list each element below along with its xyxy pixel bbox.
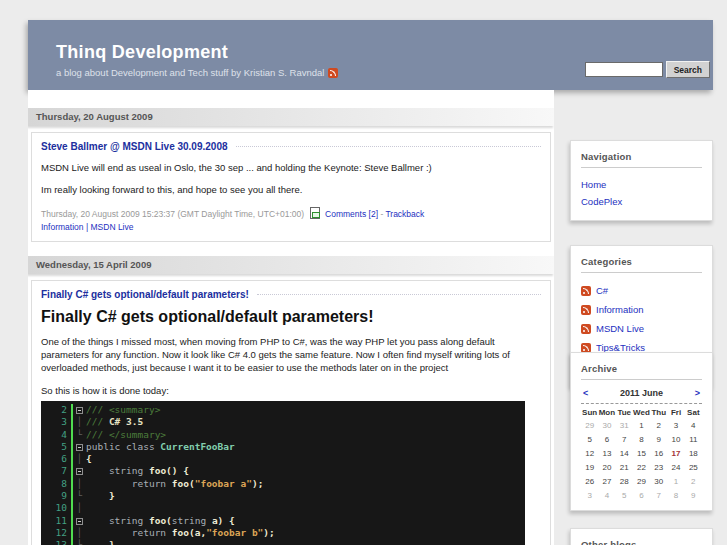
rss-icon[interactable]	[581, 305, 591, 315]
code-line: 2/// <summary>	[41, 404, 525, 416]
calendar-day-cell: 30	[598, 418, 615, 432]
post-heading: Finally C# gets optional/default paramet…	[41, 308, 541, 326]
code-line: 10│	[41, 502, 525, 514]
category-link[interactable]: Information	[596, 300, 644, 319]
fold-guide: │	[73, 478, 86, 490]
line-number: 13	[41, 539, 71, 545]
calendar-day-cell: 1	[633, 418, 650, 432]
calendar-day-cell: 6	[633, 488, 650, 502]
calendar-day-cell: 9	[650, 432, 667, 446]
sidebar-other-blogs-box: Other blogs	[570, 528, 713, 545]
code-line: 6│{	[41, 453, 525, 465]
post-timestamp: Thursday, 20 August 2009 15:23:37 (GMT D…	[41, 209, 304, 219]
navigation-links: HomeCodePlex	[581, 168, 702, 220]
fold-guide: │	[73, 453, 86, 465]
line-number: 7	[41, 465, 71, 477]
content-column: Thursday, 20 August 2009 Steve Ballmer @…	[28, 90, 554, 545]
sidebar-link[interactable]: CodePlex	[581, 193, 702, 210]
post-title-link[interactable]: Finally C# gets optional/default paramet…	[41, 289, 249, 300]
calendar-day-cell: 20	[598, 460, 615, 474]
calendar-day-cell: 15	[633, 446, 650, 460]
code-text: }	[86, 490, 115, 502]
post-paragraph: So this is how it is done today:	[41, 384, 541, 397]
search-input[interactable]	[585, 62, 663, 77]
fold-guide: └	[73, 539, 86, 545]
calendar-day-cell: 11	[685, 432, 702, 446]
calendar-month-label: 2011 June	[620, 388, 663, 398]
calendar-day-cell: 3	[581, 488, 598, 502]
calendar-day-name: Sun	[581, 405, 598, 418]
calendar-day-cell: 16	[650, 446, 667, 460]
calendar-day-cell: 9	[685, 488, 702, 502]
line-number: 2	[41, 404, 71, 416]
calendar-day-cell: 24	[667, 460, 684, 474]
trackback-link[interactable]: Trackback	[385, 209, 424, 219]
calendar-day-name: Mon	[598, 405, 615, 418]
post: Steve Ballmer @ MSDN Live 30.09.2008 MSD…	[31, 132, 551, 242]
code-text: /// </summary>	[86, 429, 166, 441]
category-link[interactable]: MSDN Live	[596, 319, 644, 338]
calendar-nav: < 2011 June >	[581, 384, 702, 400]
fold-collapse-icon	[73, 404, 86, 416]
category-link[interactable]: MSDN Live	[91, 222, 134, 232]
code-text: }	[86, 539, 115, 545]
calendar-next-button[interactable]: >	[695, 388, 700, 398]
calendar-day-cell: 13	[598, 446, 615, 460]
code-text: return foo("foobar a");	[86, 478, 263, 490]
calendar-day-cell: 22	[633, 460, 650, 474]
code-text: /// <summary>	[86, 404, 160, 416]
category-item: MSDN Live	[581, 319, 702, 338]
post-categories: Information | MSDN Live	[41, 221, 541, 235]
calendar-day-cell: 19	[581, 460, 598, 474]
rss-icon[interactable]	[328, 68, 338, 78]
sidebar-heading: Navigation	[581, 141, 702, 168]
calendar-day-cell: 4	[685, 418, 702, 432]
post-title-row: Steve Ballmer @ MSDN Live 30.09.2008	[41, 141, 541, 152]
mail-icon[interactable]	[310, 207, 320, 219]
calendar-day-cell: 8	[667, 488, 684, 502]
code-line: 5public class CurrentFooBar	[41, 441, 525, 453]
sidebar-link[interactable]: Home	[581, 176, 702, 193]
calendar-day-name: Sat	[685, 405, 702, 418]
calendar-day-name: Thu	[650, 405, 667, 418]
fold-guide: └	[73, 429, 86, 441]
title-rule	[257, 294, 541, 295]
comments-link[interactable]: Comments [2]	[325, 209, 378, 219]
calendar-day-cell: 28	[616, 474, 633, 488]
calendar-day-cell: 30	[650, 474, 667, 488]
calendar-day-name: Fri	[667, 405, 684, 418]
post-paragraph: Im really looking forward to this, and h…	[41, 183, 541, 196]
calendar-day-cell: 6	[598, 432, 615, 446]
category-link[interactable]: C#	[596, 281, 608, 300]
calendar-day-cell: 23	[650, 460, 667, 474]
rss-icon[interactable]	[581, 286, 591, 296]
calendar-day-cell: 5	[616, 488, 633, 502]
rss-icon[interactable]	[581, 324, 591, 334]
sidebar-navigation-box: Navigation HomeCodePlex	[570, 140, 713, 221]
calendar-day-name: Wed	[633, 405, 650, 418]
calendar-prev-button[interactable]: <	[583, 388, 588, 398]
code-line: 7 string foo() {	[41, 465, 525, 477]
site-subtitle: a blog about Development and Tech stuff …	[56, 67, 338, 78]
line-number: 10	[41, 502, 71, 514]
line-number: 11	[41, 515, 71, 527]
search-button[interactable]: Search	[666, 61, 710, 78]
line-number: 6	[41, 453, 71, 465]
calendar-day-cell: 29	[633, 474, 650, 488]
calendar-day-cell: 5	[581, 432, 598, 446]
calendar-day-cell: 27	[598, 474, 615, 488]
post-title-link[interactable]: Steve Ballmer @ MSDN Live 30.09.2008	[41, 141, 228, 152]
category-link[interactable]: Information	[41, 222, 84, 232]
fold-guide: └	[73, 490, 86, 502]
post-title-row: Finally C# gets optional/default paramet…	[41, 289, 541, 300]
archive-calendar: < 2011 June > SunMonTueWedThuFriSat29303…	[581, 384, 702, 502]
sidebar-heading: Categories	[581, 246, 702, 273]
calendar-table: SunMonTueWedThuFriSat2930311234567891011…	[581, 405, 702, 502]
calendar-day-cell: 12	[581, 446, 598, 460]
code-text: {	[86, 453, 92, 465]
code-screenshot: 2/// <summary>3│/// C# 3.54└/// </summar…	[41, 401, 525, 545]
calendar-day-cell: 14	[616, 446, 633, 460]
code-text: public class CurrentFooBar	[86, 441, 235, 453]
rss-icon[interactable]	[581, 343, 591, 353]
sidebar-heading: Other blogs	[581, 529, 702, 545]
